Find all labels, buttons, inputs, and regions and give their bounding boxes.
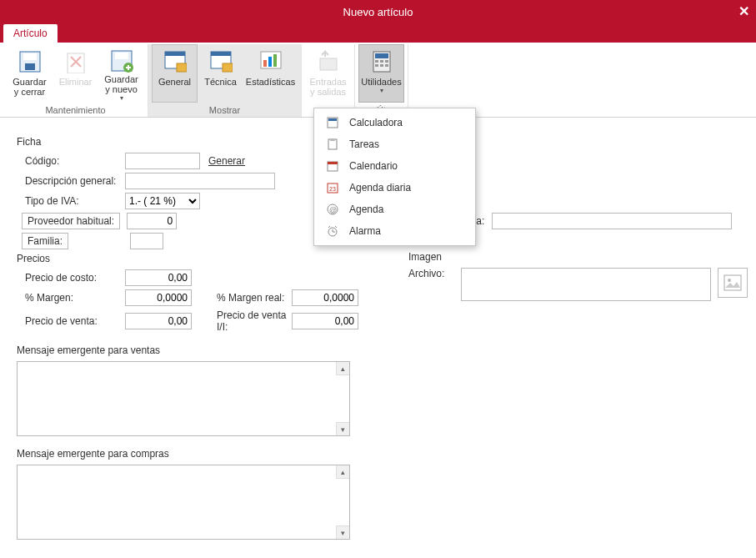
group-inout: Entradasy salidas xyxy=(302,44,355,117)
save-new-icon xyxy=(108,48,135,73)
svg-rect-23 xyxy=(375,53,388,58)
label-descripcion: Descripción general: xyxy=(17,175,125,187)
general-button[interactable]: General xyxy=(152,44,198,103)
svg-point-46 xyxy=(728,279,731,282)
generar-link[interactable]: Generar xyxy=(200,155,245,167)
tab-articulo[interactable]: Artículo xyxy=(3,24,58,43)
section-msg-ventas: Mensaje emergente para ventas xyxy=(17,344,739,356)
chevron-down-icon: ▾ xyxy=(120,94,123,102)
menu-label: Tareas xyxy=(349,138,379,150)
iva-select[interactable]: 1.- ( 21 %) xyxy=(125,193,200,209)
calculator-icon xyxy=(324,116,341,129)
tecnica-button[interactable]: Técnica xyxy=(198,44,243,103)
proveedor-input[interactable] xyxy=(127,213,177,229)
margen-real-input[interactable] xyxy=(292,289,358,306)
general-label: General xyxy=(158,77,191,87)
tab-label: Artículo xyxy=(13,28,48,39)
svg-text:@: @ xyxy=(329,206,337,214)
entradas-salidas-label: Entradasy salidas xyxy=(309,77,346,97)
save-close-label: Guardary cerrar xyxy=(13,77,46,97)
svg-rect-7 xyxy=(115,53,128,59)
delete-button: Eliminar xyxy=(53,44,98,103)
svg-rect-15 xyxy=(211,52,231,56)
menu-tareas[interactable]: Tareas xyxy=(314,133,475,155)
ribbon: Guardary cerrar Eliminar Guardary nuevo … xyxy=(0,43,756,118)
svg-rect-12 xyxy=(165,52,185,56)
form-icon xyxy=(162,48,188,75)
scroll-up-icon[interactable]: ▴ xyxy=(336,465,349,479)
svg-rect-33 xyxy=(330,138,335,141)
menu-label: Agenda diaria xyxy=(349,182,411,194)
msg-ventas-textarea[interactable]: ▴ ▾ xyxy=(17,361,350,436)
menu-calendario[interactable]: Calendario xyxy=(314,155,475,177)
section-imagen: Imagen xyxy=(408,251,748,263)
menu-calculadora[interactable]: Calculadora xyxy=(314,112,475,133)
svg-rect-27 xyxy=(375,64,378,67)
close-icon[interactable]: ✕ xyxy=(738,3,749,19)
venta-ii-input[interactable] xyxy=(292,313,358,329)
calendar-day-icon: 23 xyxy=(324,181,341,194)
menu-agenda-diaria[interactable]: 23 Agenda diaria xyxy=(314,177,475,199)
svg-rect-20 xyxy=(273,54,277,67)
scroll-up-icon[interactable]: ▴ xyxy=(336,362,349,375)
label-margen-real: % Margen real: xyxy=(192,292,292,304)
clipboard-icon xyxy=(324,138,341,151)
svg-rect-18 xyxy=(263,60,267,67)
costo-input[interactable] xyxy=(125,269,192,286)
calendar-icon xyxy=(324,159,341,173)
tab-row: Artículo xyxy=(0,23,756,43)
svg-line-44 xyxy=(335,226,337,228)
utilidades-button[interactable]: Utilidades ▾ xyxy=(358,44,404,103)
svg-rect-19 xyxy=(268,57,272,67)
svg-rect-3 xyxy=(68,53,84,73)
scroll-down-icon[interactable]: ▾ xyxy=(336,525,349,539)
group-label-mantenimiento: Mantenimiento xyxy=(45,105,105,117)
label-iva: Tipo de IVA: xyxy=(17,195,125,207)
svg-line-43 xyxy=(328,226,330,228)
save-new-label: Guardary nuevo xyxy=(104,74,138,94)
menu-alarma[interactable]: Alarma xyxy=(314,220,475,242)
image-browse-button[interactable] xyxy=(718,268,748,298)
delete-icon xyxy=(63,48,89,75)
archivo-input[interactable] xyxy=(461,268,711,301)
label-venta: Precio de venta: xyxy=(17,315,125,327)
label-codigo: Código: xyxy=(17,155,125,167)
estadisticas-button[interactable]: Estadísticas xyxy=(243,44,298,103)
group-utilidades: Utilidades ▾ Út xyxy=(355,44,408,117)
window-title: Nuevo artículo xyxy=(343,6,413,18)
descripcion-input[interactable] xyxy=(125,173,275,189)
venta-input[interactable] xyxy=(125,313,192,329)
svg-text:23: 23 xyxy=(329,186,336,192)
svg-rect-28 xyxy=(380,64,383,67)
svg-rect-35 xyxy=(328,162,338,164)
form-icon xyxy=(208,48,234,75)
imagen-block: Imagen Archivo: xyxy=(408,246,748,301)
svg-rect-24 xyxy=(375,60,378,63)
entradas-salidas-button: Entradasy salidas xyxy=(305,44,351,103)
menu-label: Calculadora xyxy=(349,117,403,128)
scroll-down-icon[interactable]: ▾ xyxy=(336,422,349,435)
referencia-input[interactable] xyxy=(492,213,732,229)
codigo-input[interactable] xyxy=(125,153,200,169)
utilidades-label: Utilidades xyxy=(361,77,401,87)
calculator-icon xyxy=(368,48,395,75)
svg-rect-2 xyxy=(25,63,35,70)
picture-icon xyxy=(723,274,742,291)
svg-rect-13 xyxy=(177,63,187,72)
group-label-mostrar: Mostrar xyxy=(209,105,240,117)
familia-input[interactable] xyxy=(130,233,163,249)
msg-compras-textarea[interactable]: ▴ ▾ xyxy=(17,465,350,540)
save-new-button[interactable]: Guardary nuevo ▾ xyxy=(98,44,144,103)
chevron-down-icon: ▾ xyxy=(380,87,383,94)
save-close-button[interactable]: Guardary cerrar xyxy=(7,44,53,103)
margen-input[interactable] xyxy=(125,289,192,306)
delete-label: Eliminar xyxy=(59,77,93,87)
label-familia[interactable]: Familia: xyxy=(22,233,68,249)
svg-rect-16 xyxy=(223,63,233,72)
group-mostrar: General Técnica Estadísticas Mostrar xyxy=(148,44,302,117)
label-margen: % Margen: xyxy=(17,292,125,304)
menu-agenda[interactable]: @ Agenda xyxy=(314,199,475,220)
chart-icon xyxy=(258,48,284,75)
section-msg-compras: Mensaje emergente para compras xyxy=(17,448,739,460)
label-proveedor[interactable]: Proveedor habitual: xyxy=(22,213,120,229)
